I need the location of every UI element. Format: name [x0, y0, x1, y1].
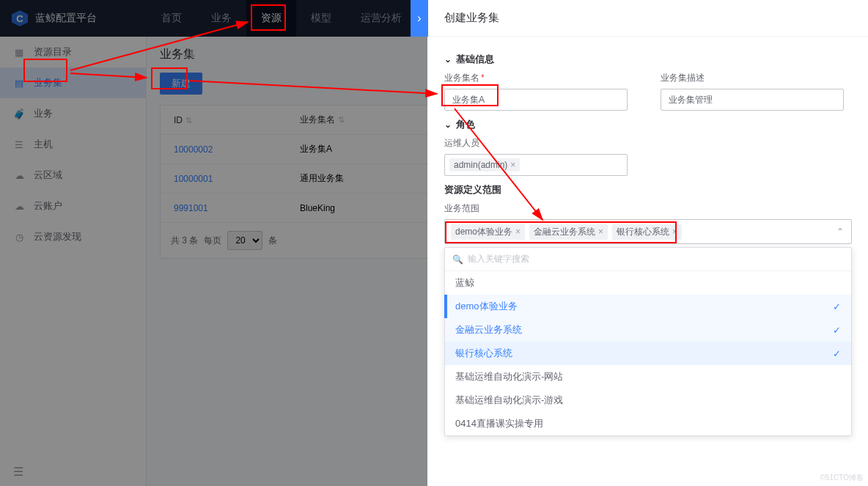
- cloud-icon: ☁: [13, 169, 25, 181]
- create-biz-set-drawer: › 创建业务集 ⌄ 基础信息 业务集名* 业务集描述 ⌄ 角色 运维人员 adm…: [428, 0, 868, 486]
- dropdown-option[interactable]: 蓝鲸: [445, 271, 851, 295]
- sidebar-item-host[interactable]: ☰ 主机: [0, 129, 146, 160]
- nav-model[interactable]: 模型: [296, 0, 346, 37]
- sidebar-item-label: 云资源发现: [34, 230, 81, 243]
- label-biz-scope: 业务范围: [444, 202, 852, 215]
- section-label: 基础信息: [456, 53, 494, 66]
- tag-remove-icon[interactable]: ×: [510, 160, 515, 170]
- left-sidebar: ▦ 资源目录 ▤ 业务集 🧳 业务 ☰ 主机 ☁ 云区域 ☁ 云账户 ◷ 云资源…: [0, 37, 147, 486]
- biz-scope-multiselect[interactable]: demo体验业务× 金融云业务系统× 银行核心系统× ⌃: [444, 219, 852, 244]
- cloud-user-icon: ☁: [13, 200, 25, 212]
- search-placeholder: 输入关键字搜索: [468, 253, 529, 265]
- caret-down-icon: ⌄: [444, 54, 452, 65]
- watermark: ©51CTO博客: [820, 473, 864, 483]
- server-icon: ☰: [13, 139, 25, 150]
- scope-tag: 金融云业务系统×: [529, 224, 608, 240]
- sidebar-item-label: 业务: [34, 107, 53, 120]
- tag-label: demo体验业务: [455, 226, 512, 238]
- sidebar-item-label: 业务集: [34, 76, 62, 89]
- nav-analysis[interactable]: 运营分析: [346, 0, 416, 37]
- brand-name: 蓝鲸配置平台: [35, 12, 97, 25]
- label-biz-set-desc: 业务集描述: [661, 72, 852, 84]
- section-label: 资源定义范围: [444, 183, 501, 196]
- grid-icon: ▦: [13, 46, 25, 58]
- drawer-title: 创建业务集: [428, 0, 868, 37]
- row-id-link[interactable]: 10000002: [174, 144, 213, 155]
- nav-biz[interactable]: 业务: [196, 0, 246, 37]
- dropdown-option[interactable]: 金融云业务系统✓: [445, 318, 851, 342]
- tag-label: 银行核心系统: [617, 226, 669, 238]
- drawer-body: ⌄ 基础信息 业务集名* 业务集描述 ⌄ 角色 运维人员 admin(admin…: [428, 37, 868, 253]
- caret-down-icon: ⌄: [444, 119, 452, 130]
- sort-icon[interactable]: ⇅: [338, 115, 345, 124]
- sidebar-item-label: 主机: [34, 138, 53, 151]
- pager-per-suffix: 条: [268, 235, 277, 247]
- sort-icon[interactable]: ⇅: [185, 116, 192, 125]
- nav-resource[interactable]: 资源: [246, 0, 296, 37]
- biz-set-desc-input[interactable]: [661, 89, 844, 111]
- sidebar-item-resource-dir[interactable]: ▦ 资源目录: [0, 37, 146, 67]
- layers-icon: ▤: [13, 77, 25, 89]
- dropdown-list: 蓝鲸 demo体验业务✓ 金融云业务系统✓ 银行核心系统✓ 基础运维自动化演示-…: [445, 271, 851, 435]
- sidebar-item-biz-set[interactable]: ▤ 业务集: [0, 67, 146, 98]
- chevron-up-icon[interactable]: ⌃: [836, 227, 844, 237]
- tag-remove-icon[interactable]: ×: [598, 227, 603, 237]
- label-biz-set-name: 业务集名*: [444, 72, 636, 84]
- section-basic-info[interactable]: ⌄ 基础信息: [444, 53, 852, 66]
- check-icon: ✓: [833, 325, 841, 336]
- dropdown-option[interactable]: 银行核心系统✓: [445, 342, 851, 365]
- biz-scope-dropdown: 🔍 输入关键字搜索 蓝鲸 demo体验业务✓ 金融云业务系统✓ 银行核心系统✓ …: [444, 247, 852, 436]
- dropdown-option[interactable]: 基础运维自动化演示-游戏: [445, 389, 851, 412]
- brand-logo-icon: C: [12, 10, 28, 26]
- chevron-right-icon: ›: [417, 12, 421, 25]
- pager-total: 共 3 条: [171, 235, 198, 247]
- dropdown-search[interactable]: 🔍 输入关键字搜索: [445, 248, 851, 271]
- dropdown-option[interactable]: 0414直播课实操专用: [445, 412, 851, 435]
- sidebar-collapse-icon[interactable]: ☰: [13, 465, 23, 479]
- briefcase-icon: 🧳: [13, 108, 25, 119]
- section-role[interactable]: ⌄ 角色: [444, 118, 852, 131]
- check-icon: ✓: [833, 301, 841, 312]
- sidebar-item-label: 资源目录: [34, 45, 72, 59]
- drawer-collapse-handle[interactable]: ›: [411, 0, 428, 37]
- sidebar-item-biz[interactable]: 🧳 业务: [0, 98, 146, 129]
- scope-tag: demo体验业务×: [451, 224, 525, 240]
- brand-area: C 蓝鲸配置平台: [0, 10, 147, 26]
- sidebar-item-cloud-account[interactable]: ☁ 云账户: [0, 191, 146, 221]
- pager-per-label: 每页: [204, 235, 221, 247]
- scope-tag: 银行核心系统×: [612, 224, 682, 240]
- check-icon: ✓: [833, 348, 841, 359]
- ops-people-tag-input[interactable]: admin(admin) ×: [444, 154, 628, 176]
- compass-icon: ◷: [13, 231, 25, 243]
- biz-set-name-input[interactable]: [444, 89, 628, 111]
- user-tag: admin(admin) ×: [449, 158, 520, 172]
- pager-size-select[interactable]: 20: [227, 231, 262, 250]
- col-id-header[interactable]: ID⇅: [161, 115, 300, 125]
- tag-remove-icon[interactable]: ×: [672, 227, 677, 237]
- section-label: 角色: [456, 118, 475, 131]
- sidebar-item-label: 云账户: [34, 199, 62, 213]
- label-ops-people: 运维人员: [444, 137, 852, 150]
- sidebar-item-cloud-discovery[interactable]: ◷ 云资源发现: [0, 221, 146, 252]
- tag-label: admin(admin): [454, 160, 507, 170]
- row-id-link[interactable]: 9991001: [174, 203, 208, 213]
- new-button[interactable]: 新建: [160, 73, 202, 95]
- section-resource-scope: 资源定义范围: [444, 183, 852, 196]
- dropdown-option[interactable]: 基础运维自动化演示-网站: [445, 365, 851, 389]
- tag-remove-icon[interactable]: ×: [515, 227, 521, 237]
- sidebar-item-cloud-area[interactable]: ☁ 云区域: [0, 160, 146, 191]
- tag-label: 金融云业务系统: [534, 226, 595, 238]
- sidebar-item-label: 云区域: [34, 169, 62, 182]
- row-id-link[interactable]: 10000001: [174, 174, 213, 184]
- nav-home[interactable]: 首页: [147, 0, 196, 37]
- search-icon: 🔍: [452, 254, 463, 265]
- dropdown-option[interactable]: demo体验业务✓: [445, 295, 851, 318]
